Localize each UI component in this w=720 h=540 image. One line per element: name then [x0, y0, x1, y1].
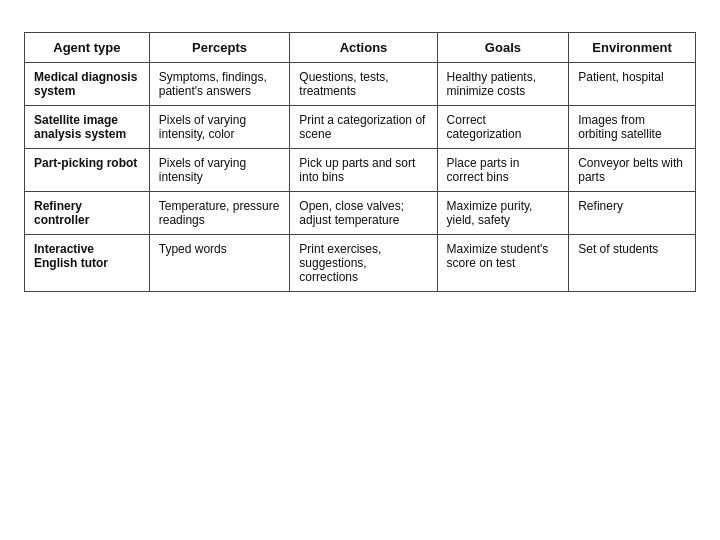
cell-agent_type: Part-picking robot	[25, 149, 150, 192]
cell-percepts: Pixels of varying intensity	[149, 149, 290, 192]
cell-environment: Refinery	[569, 192, 696, 235]
cell-goals: Maximize purity, yield, safety	[437, 192, 569, 235]
cell-agent_type: Medical diagnosis system	[25, 63, 150, 106]
col-header-agent-type: Agent type	[25, 33, 150, 63]
cell-agent_type: Refinery controller	[25, 192, 150, 235]
cell-agent_type: Interactive English tutor	[25, 235, 150, 292]
col-header-percepts: Percepts	[149, 33, 290, 63]
cell-environment: Conveyor belts with parts	[569, 149, 696, 192]
cell-actions: Questions, tests, treatments	[290, 63, 437, 106]
cell-goals: Healthy patients, minimize costs	[437, 63, 569, 106]
cell-goals: Correct categorization	[437, 106, 569, 149]
table-row: Interactive English tutorTyped wordsPrin…	[25, 235, 696, 292]
cell-goals: Place parts in correct bins	[437, 149, 569, 192]
cell-percepts: Temperature, pressure readings	[149, 192, 290, 235]
cell-environment: Images from orbiting satellite	[569, 106, 696, 149]
cell-agent_type: Satellite image analysis system	[25, 106, 150, 149]
col-header-environment: Environment	[569, 33, 696, 63]
col-header-goals: Goals	[437, 33, 569, 63]
cell-actions: Print a categorization of scene	[290, 106, 437, 149]
cell-percepts: Symptoms, findings, patient's answers	[149, 63, 290, 106]
cell-actions: Print exercises, suggestions, correction…	[290, 235, 437, 292]
cell-percepts: Pixels of varying intensity, color	[149, 106, 290, 149]
table-row: Medical diagnosis systemSymptoms, findin…	[25, 63, 696, 106]
cell-percepts: Typed words	[149, 235, 290, 292]
table-row: Refinery controllerTemperature, pressure…	[25, 192, 696, 235]
cell-actions: Pick up parts and sort into bins	[290, 149, 437, 192]
table-row: Satellite image analysis systemPixels of…	[25, 106, 696, 149]
cell-environment: Set of students	[569, 235, 696, 292]
table-row: Part-picking robotPixels of varying inte…	[25, 149, 696, 192]
agents-table: Agent typePerceptsActionsGoalsEnvironmen…	[24, 32, 696, 292]
cell-goals: Maximize student's score on test	[437, 235, 569, 292]
cell-actions: Open, close valves; adjust temperature	[290, 192, 437, 235]
cell-environment: Patient, hospital	[569, 63, 696, 106]
col-header-actions: Actions	[290, 33, 437, 63]
